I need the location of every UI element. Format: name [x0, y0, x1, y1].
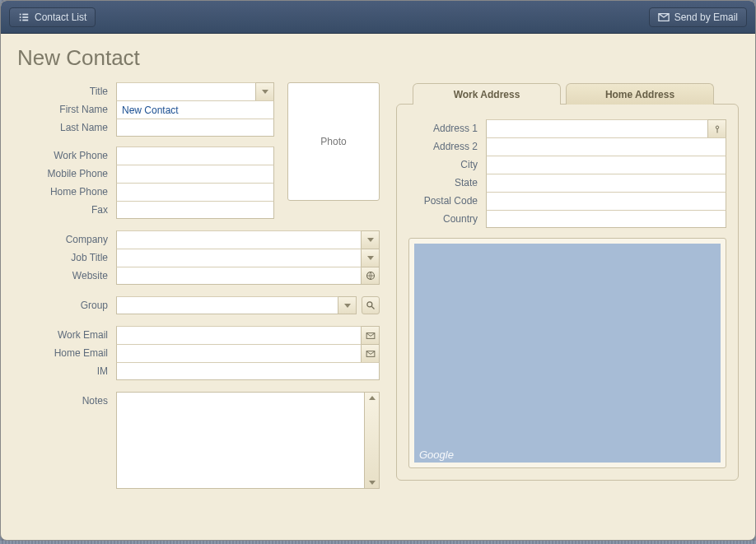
mail-icon: [658, 12, 670, 23]
address2-input[interactable]: [486, 137, 726, 156]
work-phone-input[interactable]: [116, 146, 274, 165]
chevron-down-icon: [262, 90, 268, 94]
label-title: Title: [17, 82, 110, 100]
tab-home-label: Home Address: [605, 89, 674, 100]
job-title-dropdown-button[interactable]: [362, 249, 380, 267]
svg-rect-2: [20, 16, 21, 18]
send-email-button[interactable]: Send by Email: [649, 7, 747, 27]
svg-point-11: [716, 126, 718, 128]
group-search-button[interactable]: [362, 296, 380, 314]
mail-icon: [366, 331, 376, 341]
work-email-send-button[interactable]: [362, 326, 380, 344]
address-panel: Address 1 Address 2 City State: [396, 104, 739, 481]
title-dropdown-button[interactable]: [256, 82, 274, 100]
label-im: IM: [17, 362, 110, 380]
svg-line-8: [372, 307, 375, 309]
left-column: Title Photo First Name Last Name Work Ph…: [17, 82, 380, 489]
city-input[interactable]: [486, 156, 726, 174]
label-company: Company: [17, 230, 110, 249]
label-home-phone: Home Phone: [17, 183, 110, 201]
svg-point-7: [367, 302, 372, 307]
label-postal: Postal Code: [408, 192, 479, 210]
fax-input[interactable]: [116, 201, 274, 219]
first-name-input[interactable]: [116, 100, 274, 119]
home-email-send-button[interactable]: [362, 344, 380, 362]
last-name-input[interactable]: [116, 119, 274, 137]
country-input[interactable]: [486, 210, 726, 228]
label-address2: Address 2: [408, 137, 479, 156]
label-address1: Address 1: [408, 119, 479, 137]
title-input[interactable]: [116, 82, 256, 100]
tab-work-label: Work Address: [454, 89, 520, 100]
label-fax: Fax: [17, 201, 110, 219]
svg-rect-4: [20, 19, 21, 21]
map-container: Google: [408, 238, 726, 468]
chevron-down-icon: [344, 304, 351, 308]
pin-icon: [712, 124, 722, 134]
address1-input[interactable]: [486, 119, 708, 137]
label-first-name: First Name: [17, 100, 110, 119]
svg-rect-3: [22, 16, 28, 18]
label-state: State: [408, 174, 479, 192]
label-home-email: Home Email: [17, 344, 110, 362]
label-work-email: Work Email: [17, 326, 110, 344]
contact-list-label: Contact List: [35, 12, 86, 23]
svg-rect-1: [22, 13, 28, 15]
group-input[interactable]: [116, 296, 338, 314]
address-locate-button[interactable]: [708, 119, 726, 137]
company-input[interactable]: [116, 230, 362, 249]
right-column: Work Address Home Address Address 1 Addr…: [396, 82, 739, 489]
label-group: Group: [17, 296, 110, 314]
group-dropdown-button[interactable]: [338, 296, 357, 314]
list-icon: [18, 12, 30, 23]
tab-work-address[interactable]: Work Address: [413, 83, 561, 105]
home-email-input[interactable]: [116, 344, 362, 362]
job-title-input[interactable]: [116, 249, 362, 267]
label-country: Country: [408, 210, 479, 228]
company-dropdown-button[interactable]: [362, 230, 380, 249]
contact-list-button[interactable]: Contact List: [9, 7, 96, 27]
notes-box: [116, 392, 380, 489]
search-icon: [366, 300, 376, 310]
globe-icon: [366, 271, 376, 281]
page-title: New Contact: [17, 45, 739, 71]
address-tabs: Work Address Home Address: [413, 82, 739, 104]
label-work-phone: Work Phone: [17, 146, 110, 165]
label-notes: Notes: [17, 392, 110, 410]
app-window: Contact List Send by Email New Contact T…: [0, 0, 756, 541]
website-input[interactable]: [116, 267, 362, 285]
work-email-input[interactable]: [116, 326, 362, 344]
tab-home-address[interactable]: Home Address: [566, 83, 714, 105]
postal-input[interactable]: [486, 192, 726, 210]
im-input[interactable]: [116, 362, 380, 380]
chevron-down-icon: [367, 256, 374, 260]
state-input[interactable]: [486, 174, 726, 192]
toolbar: Contact List Send by Email: [1, 1, 755, 34]
notes-textarea[interactable]: [117, 393, 364, 488]
send-email-label: Send by Email: [674, 12, 738, 23]
photo-label: Photo: [320, 136, 346, 147]
mail-icon: [366, 349, 376, 359]
label-job-title: Job Title: [17, 249, 110, 267]
label-city: City: [408, 156, 479, 174]
label-website: Website: [17, 267, 110, 285]
svg-rect-0: [20, 13, 21, 15]
map-credit: Google: [419, 449, 454, 461]
map[interactable]: Google: [414, 244, 721, 463]
body: New Contact Title Photo First Name Last …: [1, 34, 755, 540]
notes-scrollbar[interactable]: [364, 393, 379, 488]
mobile-phone-input[interactable]: [116, 165, 274, 183]
svg-rect-5: [22, 19, 28, 21]
website-open-button[interactable]: [362, 267, 380, 285]
label-last-name: Last Name: [17, 119, 110, 137]
photo-box[interactable]: Photo: [287, 82, 380, 201]
home-phone-input[interactable]: [116, 183, 274, 201]
label-mobile-phone: Mobile Phone: [17, 165, 110, 183]
scroll-up-icon: [369, 396, 376, 400]
chevron-down-icon: [367, 238, 374, 242]
scroll-down-icon: [369, 481, 376, 485]
